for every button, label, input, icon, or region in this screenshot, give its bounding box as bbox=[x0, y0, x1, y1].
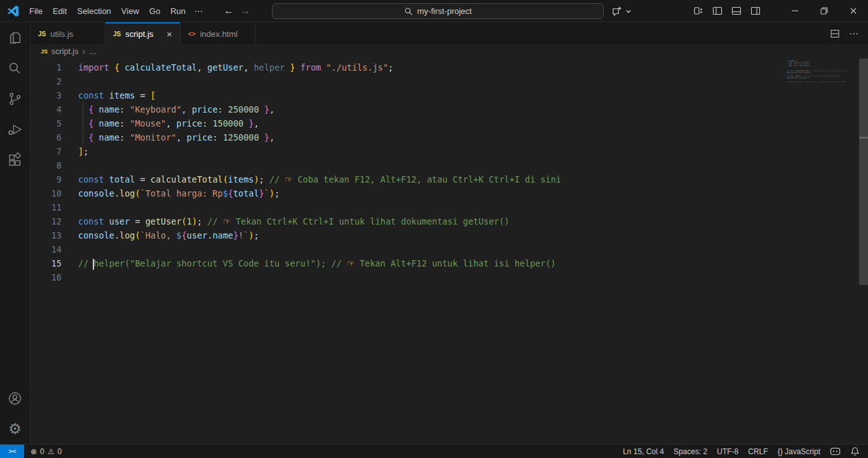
nav-forward-icon[interactable]: → bbox=[240, 5, 250, 17]
code-line[interactable]: 12const user = getUser(1); // ☞ Tekan Ct… bbox=[31, 214, 868, 228]
code-line[interactable]: 15// helper("Belajar shortcut VS Code it… bbox=[31, 256, 868, 270]
sidebar-item-search[interactable] bbox=[0, 53, 31, 83]
menu-selection[interactable]: Selection bbox=[72, 0, 116, 22]
vscode-logo-icon bbox=[7, 5, 19, 17]
minimize-icon[interactable] bbox=[780, 0, 810, 22]
customize-layout-icon[interactable] bbox=[689, 0, 708, 22]
search-icon bbox=[404, 7, 413, 16]
editor-actions: ⋯ bbox=[830, 22, 868, 45]
pointing-finger-emoji: ☞ bbox=[285, 174, 292, 184]
sidebar-item-settings[interactable]: ⚙ bbox=[0, 413, 31, 444]
chevron-down-icon bbox=[625, 8, 632, 15]
tab-label: utils.js bbox=[50, 29, 73, 39]
status-eol[interactable]: CRLF bbox=[748, 447, 768, 456]
sidebar-item-extensions[interactable] bbox=[0, 144, 31, 175]
code-line[interactable]: 7]; bbox=[31, 144, 868, 158]
code-line[interactable]: 16 bbox=[31, 270, 868, 284]
menu-run[interactable]: Run bbox=[165, 0, 191, 22]
line-number: 14 bbox=[31, 242, 62, 256]
line-number: 11 bbox=[31, 200, 62, 214]
menu-file[interactable]: File bbox=[24, 0, 48, 22]
command-center-value: my-first-project bbox=[417, 6, 472, 16]
code-line[interactable]: 9const total = calculateTotal(items); //… bbox=[31, 172, 868, 186]
menu-go[interactable]: Go bbox=[144, 0, 165, 22]
close-icon[interactable]: × bbox=[161, 29, 172, 39]
files-icon bbox=[7, 30, 23, 46]
copilot-icon bbox=[611, 5, 623, 17]
code-line[interactable]: 11 bbox=[31, 200, 868, 214]
indent-guide bbox=[83, 102, 83, 116]
tab-script-js[interactable]: JSscript.js× bbox=[105, 22, 180, 45]
status-language-mode[interactable]: {} JavaScript bbox=[778, 447, 820, 456]
code-line[interactable]: 8 bbox=[31, 158, 868, 172]
menubar: FileEditSelectionViewGoRun⋯ bbox=[24, 0, 207, 22]
copilot-button[interactable] bbox=[611, 5, 632, 17]
code-area[interactable]: 1import { calculateTotal, getUser, helpe… bbox=[31, 59, 868, 284]
code-line[interactable]: 1import { calculateTotal, getUser, helpe… bbox=[31, 60, 868, 74]
line-content: // helper("Belajar shortcut VS Code itu … bbox=[78, 256, 556, 270]
warning-count: 0 bbox=[58, 447, 62, 456]
sidebar-item-run-debug[interactable] bbox=[0, 114, 31, 144]
menu-overflow-icon[interactable]: ⋯ bbox=[191, 0, 207, 22]
editor[interactable]: 1import { calculateTotal, getUser, helpe… bbox=[31, 59, 868, 444]
line-number: 12 bbox=[31, 214, 62, 228]
line-content: const user = getUser(1); // ☞ Tekan Ctrl… bbox=[78, 214, 510, 228]
bell-icon[interactable] bbox=[850, 447, 860, 456]
warning-icon: ⚠ bbox=[48, 447, 55, 456]
sidebar-item-accounts[interactable] bbox=[0, 383, 31, 413]
minimap[interactable]: import { calculateTotal, getUser, helper… bbox=[787, 59, 858, 145]
line-number: 2 bbox=[31, 74, 62, 88]
line-number: 3 bbox=[31, 88, 62, 102]
remote-indicator[interactable]: >< bbox=[0, 445, 24, 458]
line-number: 10 bbox=[31, 186, 62, 200]
line-number: 8 bbox=[31, 158, 62, 172]
pointing-finger-emoji: ☞ bbox=[223, 216, 231, 226]
line-number: 7 bbox=[31, 144, 62, 158]
line-content: import { calculateTotal, getUser, helper… bbox=[78, 60, 393, 74]
status-cursor-position[interactable]: Ln 15, Col 4 bbox=[623, 447, 664, 456]
pointing-finger-emoji: ☞ bbox=[347, 258, 355, 268]
line-number: 5 bbox=[31, 116, 62, 130]
breadcrumb[interactable]: JS script.js › … bbox=[31, 45, 868, 59]
extensions-icon bbox=[7, 152, 23, 168]
breadcrumb-symbol[interactable]: … bbox=[89, 47, 97, 56]
tab-utils-js[interactable]: JSutils.js bbox=[31, 22, 105, 45]
code-line[interactable]: 2 bbox=[31, 74, 868, 88]
nav-back-icon[interactable]: ← bbox=[224, 5, 234, 17]
gear-icon: ⚙ bbox=[8, 420, 22, 437]
js-file-icon: JS bbox=[38, 31, 46, 38]
code-line[interactable]: 6 { name: "Monitor", price: 1250000 }, bbox=[31, 130, 868, 144]
chevron-right-icon: › bbox=[82, 46, 85, 57]
code-line[interactable]: 5 { name: "Mouse", price: 150000 }, bbox=[31, 116, 868, 130]
copilot-status-icon[interactable] bbox=[830, 447, 841, 456]
line-number: 13 bbox=[31, 228, 62, 242]
code-line[interactable]: 14 bbox=[31, 242, 868, 256]
command-center-search[interactable]: my-first-project bbox=[272, 3, 604, 19]
split-editor-icon[interactable] bbox=[830, 29, 840, 39]
status-encoding[interactable]: UTF-8 bbox=[717, 447, 738, 456]
code-line[interactable]: 13console.log(`Halo, ${user.name}!`); bbox=[31, 228, 868, 242]
status-indentation[interactable]: Spaces: 2 bbox=[674, 447, 707, 456]
more-actions-icon[interactable]: ⋯ bbox=[849, 28, 859, 39]
menu-view[interactable]: View bbox=[116, 0, 144, 22]
editor-scrollbar[interactable] bbox=[859, 59, 868, 285]
toggle-primary-sidebar-icon[interactable] bbox=[708, 0, 727, 22]
menu-edit[interactable]: Edit bbox=[48, 0, 72, 22]
problems-status[interactable]: ⊗ 0 ⚠ 0 bbox=[24, 447, 62, 456]
account-icon bbox=[7, 391, 23, 406]
code-line[interactable]: 3const items = [ bbox=[31, 88, 868, 102]
sidebar-item-source-control[interactable] bbox=[0, 83, 31, 114]
code-line[interactable]: 10console.log(`Total harga: Rp${total}`)… bbox=[31, 186, 868, 200]
restore-icon[interactable] bbox=[810, 0, 839, 22]
tab-label: script.js bbox=[125, 29, 153, 39]
code-line[interactable]: 4 { name: "Keyboard", price: 250000 }, bbox=[31, 102, 868, 116]
search-icon bbox=[7, 60, 23, 76]
close-icon[interactable] bbox=[839, 0, 868, 22]
title-bar: FileEditSelectionViewGoRun⋯ ← → my-first… bbox=[0, 0, 868, 22]
line-content: const items = [ bbox=[78, 88, 156, 102]
breadcrumb-file[interactable]: script.js bbox=[51, 47, 78, 56]
toggle-secondary-sidebar-icon[interactable] bbox=[746, 0, 765, 22]
toggle-panel-icon[interactable] bbox=[727, 0, 746, 22]
tab-index-html[interactable]: <>index.html bbox=[180, 22, 255, 45]
sidebar-item-explorer[interactable] bbox=[0, 22, 31, 53]
